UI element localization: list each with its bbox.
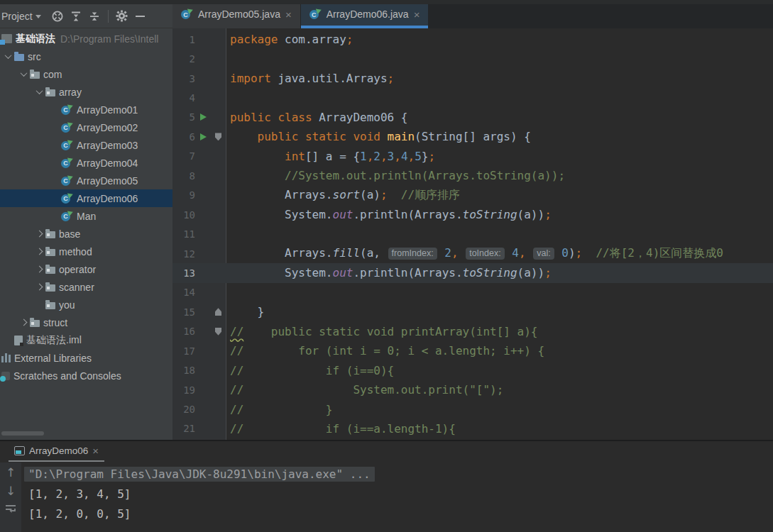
chevron-down-icon[interactable] [35, 15, 41, 18]
tree-item-external-libraries[interactable]: External Libraries [0, 349, 172, 367]
project-view-selector[interactable]: Project [1, 11, 33, 22]
code-line-9[interactable]: 9 Arrays.sort(a); //顺序排序 [172, 186, 773, 205]
code-token: toString [463, 266, 517, 279]
code-line-18[interactable]: 18// if (i==0){ [172, 360, 773, 379]
code-text: import java.util.Arrays; [226, 72, 394, 85]
chevron-down-icon [20, 70, 27, 77]
code-token: System. [230, 208, 333, 221]
code-line-14[interactable]: 14 [172, 283, 773, 302]
code-text: public static void main(String[] args) { [226, 130, 531, 143]
tree-item-man[interactable]: CMan [0, 207, 172, 225]
code-line-6[interactable]: 6 public static void main(String[] args)… [172, 127, 773, 146]
code-line-2[interactable]: 2 [172, 49, 773, 68]
parameter-hint: toIndex: [466, 248, 504, 260]
run-overlay-icon [67, 103, 74, 110]
fold-marker[interactable] [211, 328, 226, 336]
tree-item-label: ArrayDemo03 [77, 140, 138, 151]
tree-item-you[interactable]: you [0, 296, 172, 314]
chevron-slot[interactable] [17, 320, 30, 325]
code-text: public class ArrayDemo06 { [226, 111, 407, 124]
chevron-right-icon [35, 284, 43, 291]
chevron-slot[interactable] [1, 54, 14, 59]
code-token [230, 130, 258, 143]
tree-item-基础语法-iml[interactable]: 基础语法.iml [0, 331, 172, 349]
code-line-8[interactable]: 8 //System.out.println(Arrays.toString(a… [172, 166, 773, 185]
tree-horizontal-scrollbar[interactable] [1, 431, 44, 436]
tree-item-arraydemo02[interactable]: CArrayDemo02 [0, 118, 172, 136]
fold-marker[interactable] [211, 133, 226, 140]
chevron-right-icon [20, 319, 27, 326]
tree-item-label: 基础语法 [16, 33, 55, 45]
code-line-12[interactable]: 12 Arrays.fill(a, fromIndex: 2, toIndex:… [172, 244, 773, 263]
code-line-5[interactable]: 5public class ArrayDemo06 { [172, 108, 773, 127]
code-line-4[interactable]: 4 [172, 88, 773, 107]
tree-item-scanner[interactable]: scanner [0, 278, 172, 296]
tree-item-base[interactable]: base [0, 225, 172, 243]
package-folder-icon [45, 302, 55, 309]
editor-tab-arraydemo05-java[interactable]: CArrayDemo05.java× [172, 0, 300, 28]
chevron-slot[interactable] [17, 72, 30, 77]
scratches-icon [1, 372, 10, 380]
code-line-11[interactable]: 11 [172, 224, 773, 243]
code-line-16[interactable]: 16// public static void printArray(int[]… [172, 322, 773, 341]
close-icon[interactable]: × [285, 9, 292, 20]
tree-item-arraydemo06[interactable]: CArrayDemo06 [0, 189, 172, 207]
console-line-3: [1, 2, 0, 0, 5] [28, 504, 773, 523]
run-gutter-button[interactable] [195, 113, 211, 121]
tree-item-基础语法[interactable]: 基础语法D:\Program Files\Intell [0, 30, 172, 48]
code-text: Arrays.sort(a); //顺序排序 [226, 188, 460, 203]
tree-item-arraydemo03[interactable]: CArrayDemo03 [0, 136, 172, 154]
tree-item-operator[interactable]: operator [0, 260, 172, 278]
tree-item-com[interactable]: com [0, 65, 172, 83]
chevron-slot[interactable] [33, 231, 45, 236]
code-line-17[interactable]: 17// for (int i = 0; i < a.length; i++) … [172, 341, 773, 360]
tree-item-arraydemo01[interactable]: CArrayDemo01 [0, 101, 172, 118]
tree-item-scratches-and-consoles[interactable]: Scratches and Consoles [0, 367, 172, 384]
chevron-slot[interactable] [33, 267, 45, 272]
fold-marker[interactable] [211, 308, 226, 316]
select-opened-file-icon[interactable] [48, 7, 67, 26]
run-overlay-icon [67, 174, 74, 181]
code-text: package com.array; [226, 33, 353, 46]
tree-item-arraydemo05[interactable]: CArrayDemo05 [0, 172, 172, 189]
class-icon: C [181, 9, 193, 20]
code-token: out [333, 266, 353, 279]
soft-wrap-icon[interactable] [5, 504, 16, 514]
tree-item-label: base [59, 228, 80, 240]
chevron-slot[interactable] [33, 249, 45, 254]
code-line-21[interactable]: 21// if (i==a.length-1){ [172, 419, 773, 438]
tree-item-array[interactable]: array [0, 83, 172, 101]
tree-item-arraydemo04[interactable]: CArrayDemo04 [0, 154, 172, 172]
down-arrow-icon[interactable]: ↓ [6, 485, 16, 497]
chevron-slot[interactable] [33, 89, 45, 94]
code-editor[interactable]: 1package com.array;23import java.util.Ar… [172, 28, 773, 440]
close-icon[interactable]: × [414, 9, 420, 20]
console-tab[interactable]: ArrayDemo06 × [9, 442, 104, 462]
code-line-13[interactable]: 13 System.out.println(Arrays.toString(a)… [172, 263, 773, 282]
up-arrow-icon[interactable]: ↑ [6, 467, 16, 479]
settings-gear-icon[interactable] [113, 7, 131, 26]
code-token: toString [463, 208, 517, 221]
close-icon[interactable]: × [92, 445, 99, 456]
tree-item-src[interactable]: src [0, 48, 172, 65]
expand-all-icon[interactable] [67, 7, 85, 26]
collapse-all-icon[interactable] [85, 7, 104, 26]
tree-item-label: struct [43, 317, 67, 328]
tree-item-struct[interactable]: struct [0, 314, 172, 331]
tree-item-method[interactable]: method [0, 243, 172, 260]
editor-tab-label: ArrayDemo05.java [198, 9, 280, 20]
hide-panel-icon[interactable] [131, 7, 150, 26]
chevron-slot[interactable] [33, 284, 45, 289]
code-line-3[interactable]: 3import java.util.Arrays; [172, 69, 773, 88]
code-line-10[interactable]: 10 System.out.println(Arrays.toString(a)… [172, 205, 773, 224]
code-line-20[interactable]: 20// } [172, 399, 773, 419]
class-icon: C [61, 193, 73, 204]
run-gutter-button[interactable] [195, 133, 211, 140]
parameter-hint: fromIndex: [388, 248, 437, 260]
code-line-1[interactable]: 1package com.array; [172, 30, 773, 49]
editor-tab-arraydemo06-java[interactable]: CArrayDemo06.java× [301, 0, 429, 28]
code-line-19[interactable]: 19// System.out.print("["); [172, 380, 773, 399]
package-folder-icon [30, 320, 40, 327]
code-line-7[interactable]: 7 int[] a = {1,2,3,4,5}; [172, 147, 773, 166]
code-line-15[interactable]: 15 } [172, 302, 773, 321]
